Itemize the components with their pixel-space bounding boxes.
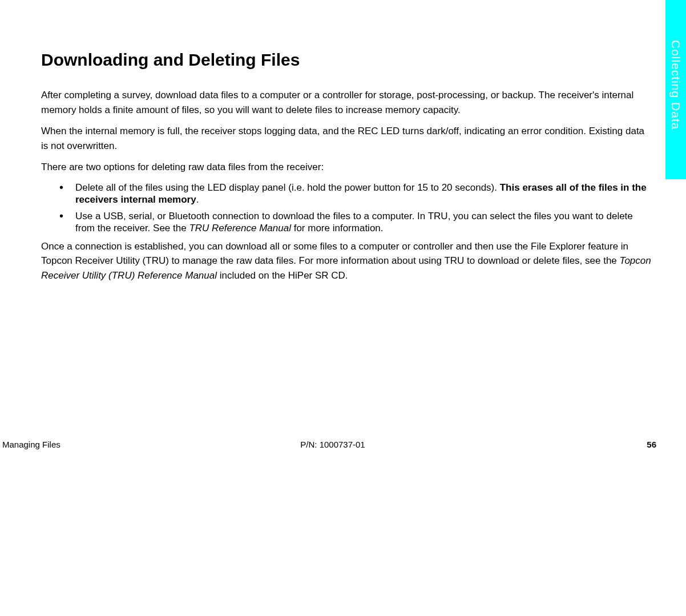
- paragraph-3: There are two options for deleting raw d…: [41, 160, 653, 175]
- section-tab: Collecting Data: [665, 0, 686, 179]
- bullet-2-text-italic: TRU Reference Manual: [189, 223, 291, 233]
- bullet-1-text-a: Delete all of the files using the LED di…: [75, 182, 500, 193]
- paragraph-2: When the internal memory is full, the re…: [41, 124, 653, 153]
- footer-part-number: P/N: 1000737-01: [300, 440, 365, 449]
- bullet-1-text-c: .: [196, 194, 199, 205]
- paragraph-4: Once a connection is established, you ca…: [41, 239, 653, 283]
- bullet-list: Delete all of the files using the LED di…: [41, 182, 653, 235]
- page-content: Downloading and Deleting Files After com…: [41, 50, 653, 289]
- page-heading: Downloading and Deleting Files: [41, 50, 653, 70]
- page-footer: Managing Files P/N: 1000737-01 56: [0, 440, 665, 449]
- bullet-item-1: Delete all of the files using the LED di…: [75, 182, 653, 206]
- bullet-item-2: Use a USB, serial, or Bluetooth connecti…: [75, 210, 653, 235]
- section-tab-label: Collecting Data: [669, 40, 683, 130]
- paragraph-1: After completing a survey, download data…: [41, 88, 653, 117]
- footer-section-title: Managing Files: [2, 440, 60, 449]
- para-4-text-a: Once a connection is established, you ca…: [41, 241, 628, 267]
- footer-page-number: 56: [647, 440, 656, 449]
- bullet-2-text-c: for more information.: [291, 223, 384, 233]
- para-4-text-c: included on the HiPer SR CD.: [217, 270, 348, 281]
